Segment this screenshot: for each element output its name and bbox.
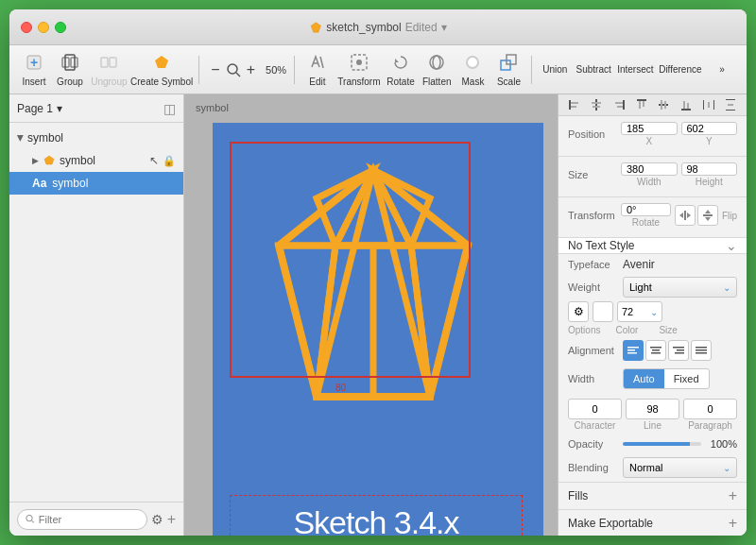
exportable-label: Make Exportable (568, 517, 729, 530)
typeface-value[interactable]: Avenir (623, 258, 655, 271)
dimension-label: 80 (335, 383, 346, 393)
align-center-v-button[interactable] (654, 94, 675, 115)
line-spacing-input[interactable] (626, 399, 679, 419)
character-spacing-input[interactable] (568, 399, 622, 419)
flip-v-button[interactable] (697, 205, 718, 226)
x-field[interactable] (621, 122, 678, 135)
layer-item-text[interactable]: Aa symbol (9, 172, 183, 195)
fills-add-button[interactable]: + (729, 487, 737, 504)
svg-rect-53 (687, 103, 689, 109)
flatten-button[interactable]: Flatten (420, 49, 454, 91)
difference-button[interactable]: Difference (658, 60, 703, 78)
width-auto-option[interactable]: Auto (624, 369, 664, 388)
page-chevron[interactable]: ▾ (57, 102, 62, 115)
artboard[interactable]: 80 Sketch 3.4.x (213, 123, 543, 536)
width-field[interactable] (621, 162, 678, 176)
text-style-row[interactable]: No Text Style ⌄ (558, 238, 747, 254)
font-size-field[interactable]: ⌄ (617, 301, 662, 322)
x-label: X (621, 136, 678, 146)
layer-settings-icon[interactable]: ⚙ (151, 512, 163, 527)
search-input[interactable] (39, 514, 139, 525)
fullscreen-button[interactable] (55, 22, 66, 33)
page-label[interactable]: Page 1 (17, 102, 53, 115)
minimize-button[interactable] (38, 22, 49, 33)
intersect-button[interactable]: Intersect (615, 60, 656, 78)
y-field[interactable] (681, 122, 738, 135)
height-field[interactable] (681, 162, 738, 176)
group-button[interactable]: Group (53, 49, 87, 91)
rotate-input[interactable] (627, 204, 665, 215)
y-label: Y (681, 136, 738, 146)
layer-add-icon[interactable]: + (167, 511, 176, 528)
text-style-chevron[interactable]: ⌄ (726, 238, 737, 253)
font-color-swatch[interactable] (593, 301, 613, 322)
x-input[interactable] (627, 123, 672, 134)
exportable-add-button[interactable]: + (729, 515, 737, 532)
union-button[interactable]: Union (538, 60, 572, 78)
align-left-text-button[interactable] (623, 340, 644, 361)
height-input[interactable] (687, 163, 732, 175)
more-button[interactable]: » (705, 60, 739, 78)
sidebar-expand-button[interactable]: ◫ (163, 101, 176, 116)
sidebar-header: Page 1 ▾ ◫ (9, 94, 183, 123)
edited-label: Edited (405, 21, 438, 34)
align-center-h-button[interactable] (587, 94, 608, 115)
zoom-plus[interactable]: + (244, 61, 258, 78)
zoom-minus[interactable]: − (208, 61, 222, 78)
layer-item-shape[interactable]: ▶ symbol ↖ 🔒 (9, 149, 183, 172)
y-input[interactable] (687, 123, 732, 134)
distribute-h-button[interactable] (698, 94, 719, 115)
character-spacing-field: Character (568, 399, 622, 431)
canvas-area[interactable]: symbol (184, 94, 558, 536)
distribute-v-button[interactable] (720, 94, 741, 115)
width-input[interactable] (627, 163, 672, 175)
insert-button[interactable]: + Insert (17, 49, 51, 91)
main-area: Page 1 ▾ ◫ ▶ symbol ▶ symbol ↖ (9, 94, 747, 536)
line-spacing-field: Line (626, 399, 679, 431)
mask-button[interactable]: Mask (455, 49, 490, 91)
ungroup-label: Ungroup (91, 77, 127, 87)
paragraph-spacing-input[interactable] (683, 399, 737, 419)
flip-h-button[interactable] (675, 205, 696, 226)
svg-rect-69 (650, 347, 662, 349)
font-size-input[interactable] (622, 306, 648, 317)
x-field-group: X (621, 122, 678, 146)
zoom-icon (225, 61, 242, 78)
svg-rect-41 (593, 106, 600, 108)
width-fixed-option[interactable]: Fixed (664, 369, 709, 388)
weight-chevron: ⌄ (723, 282, 730, 293)
title-chevron[interactable]: ▾ (441, 21, 447, 34)
fills-row: Fills + (558, 482, 747, 509)
rotate-field[interactable] (621, 203, 671, 216)
width-toggle[interactable]: Auto Fixed (623, 368, 710, 389)
svg-rect-50 (664, 101, 666, 109)
svg-point-14 (356, 60, 362, 65)
align-right-text-button[interactable] (668, 340, 689, 361)
blending-select[interactable]: Normal ⌄ (623, 457, 737, 478)
transform-button[interactable]: Transform (336, 49, 382, 91)
rotate-button[interactable]: Rotate (384, 49, 418, 91)
create-symbol-button[interactable]: Create Symbol (131, 49, 193, 91)
align-right-button[interactable] (609, 94, 629, 115)
edit-button[interactable]: Edit (301, 49, 335, 91)
opacity-slider[interactable] (623, 442, 701, 446)
close-button[interactable] (21, 22, 32, 33)
align-top-button[interactable] (631, 94, 652, 115)
layer-group-symbol[interactable]: ▶ symbol (9, 127, 183, 149)
svg-point-19 (468, 58, 477, 67)
scale-button[interactable]: Scale (491, 49, 525, 91)
svg-marker-62 (687, 213, 691, 218)
subtract-button[interactable]: Subtract (574, 60, 613, 78)
typeface-label: Typeface (568, 259, 617, 270)
height-field-group: Height (681, 162, 738, 187)
align-justify-text-button[interactable] (691, 340, 712, 361)
search-box[interactable] (17, 509, 147, 530)
weight-select[interactable]: Light ⌄ (623, 277, 737, 298)
align-bottom-button[interactable] (676, 94, 696, 115)
align-left-button[interactable] (564, 94, 585, 115)
font-size-chevron[interactable]: ⌄ (650, 307, 658, 317)
zoom-percent[interactable]: 50% (264, 64, 288, 76)
font-options-button[interactable]: ⚙ (568, 301, 589, 322)
align-center-text-button[interactable] (645, 340, 666, 361)
ungroup-button[interactable]: Ungroup (89, 49, 129, 91)
